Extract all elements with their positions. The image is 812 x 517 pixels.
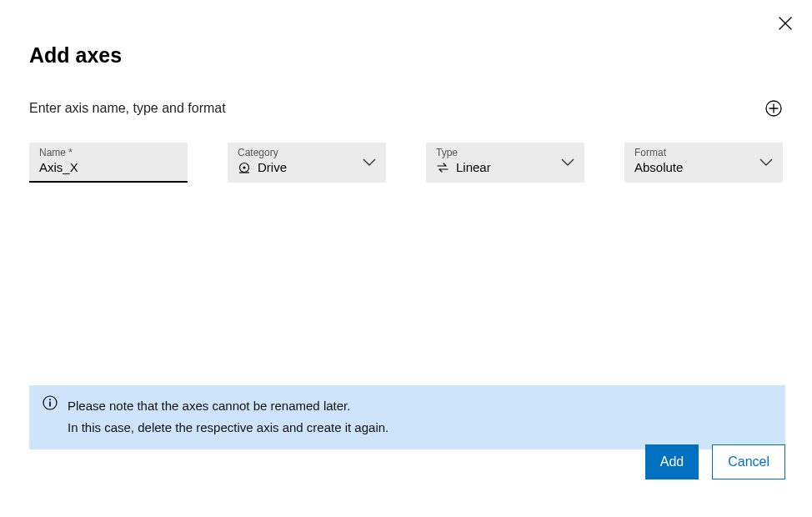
svg-point-2 bbox=[243, 166, 245, 168]
type-select[interactable]: Type Linear bbox=[426, 143, 584, 183]
add-row-button[interactable] bbox=[764, 99, 783, 118]
cancel-button[interactable]: Cancel bbox=[712, 444, 785, 479]
dialog-title: Add axes bbox=[0, 0, 812, 68]
format-select[interactable]: Format Absolute bbox=[624, 143, 783, 183]
category-value: Drive bbox=[258, 160, 378, 174]
info-line-2: In this case, delete the respective axis… bbox=[68, 417, 388, 439]
format-value: Absolute bbox=[634, 160, 774, 174]
add-button[interactable]: Add bbox=[645, 444, 699, 479]
info-banner: Please note that the axes cannot be rena… bbox=[29, 385, 785, 449]
close-icon bbox=[779, 17, 792, 30]
type-value: Linear bbox=[456, 160, 576, 174]
field-row: Name * Category Drive Type Linear bbox=[0, 118, 812, 183]
plus-circle-icon bbox=[765, 100, 782, 117]
name-field[interactable]: Name * bbox=[29, 143, 188, 183]
name-input[interactable] bbox=[39, 160, 179, 174]
svg-rect-5 bbox=[49, 402, 51, 407]
close-button[interactable] bbox=[777, 15, 794, 32]
drive-icon bbox=[238, 161, 251, 174]
add-axes-dialog: Add axes Enter axis name, type and forma… bbox=[0, 0, 812, 517]
info-icon bbox=[43, 395, 58, 410]
dialog-footer: Add Cancel bbox=[645, 444, 785, 479]
category-select[interactable]: Category Drive bbox=[228, 143, 386, 183]
category-label: Category bbox=[238, 148, 378, 158]
type-label: Type bbox=[436, 148, 576, 158]
linear-icon bbox=[436, 161, 449, 174]
info-line-1: Please note that the axes cannot be rena… bbox=[68, 395, 388, 417]
name-label: Name * bbox=[39, 148, 179, 158]
dialog-subtitle: Enter axis name, type and format bbox=[29, 101, 226, 116]
info-text: Please note that the axes cannot be rena… bbox=[68, 395, 388, 438]
svg-point-4 bbox=[49, 399, 51, 400]
format-label: Format bbox=[634, 148, 774, 158]
